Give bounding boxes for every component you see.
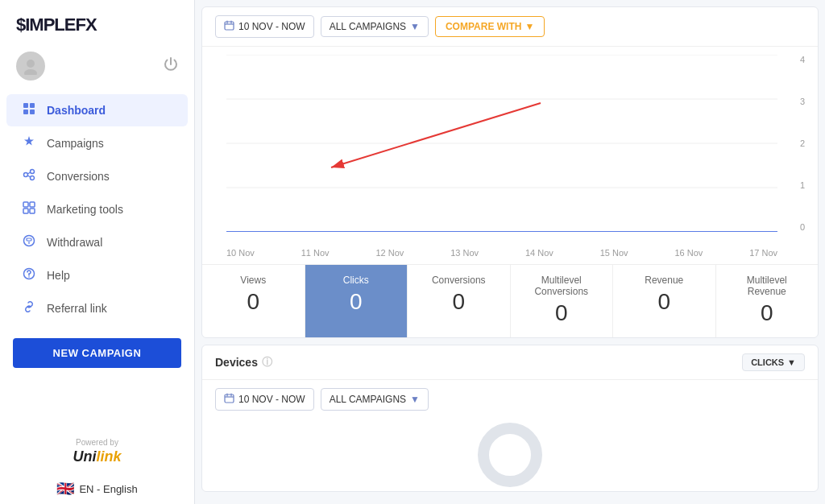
donut-chart	[478, 423, 542, 487]
avatar	[16, 52, 45, 81]
chart-area: 4 3 2 1 0	[202, 47, 818, 264]
unilink-logo: Unilink	[8, 448, 186, 465]
stat-conversions-label: Conversions	[414, 275, 504, 286]
sidebar-item-conversions[interactable]: Conversions	[6, 160, 188, 192]
x-label-11nov: 11 Nov	[301, 248, 330, 258]
help-label: Help	[47, 269, 70, 282]
x-label-17nov: 17 Nov	[749, 248, 777, 258]
x-label-10nov: 10 Nov	[226, 248, 255, 258]
sidebar: $IMPLEFX Dashboard	[0, 0, 195, 504]
sidebar-item-help[interactable]: Help	[6, 259, 188, 291]
svg-rect-13	[23, 209, 28, 213]
compare-label: COMPARE WITH	[446, 21, 521, 32]
stat-revenue-label: Revenue	[620, 275, 709, 286]
sidebar-item-marketing-tools[interactable]: Marketing tools	[6, 193, 188, 225]
chart-section: 10 NOV - NOW ALL CAMPAIGNS ▼ COMPARE WIT…	[201, 6, 819, 338]
x-label-15nov: 15 Nov	[600, 248, 628, 258]
svg-point-6	[24, 173, 28, 177]
devices-toolbar: 10 NOV - NOW ALL CAMPAIGNS ▼	[202, 380, 818, 419]
svg-rect-5	[30, 109, 35, 114]
chart-svg	[226, 55, 777, 232]
campaigns-label: Campaigns	[47, 137, 104, 150]
stat-views-label: Views	[209, 275, 298, 286]
dashboard-icon	[23, 102, 39, 118]
calendar-icon	[224, 20, 234, 33]
stat-revenue[interactable]: Revenue 0	[613, 265, 716, 337]
stat-multilevel-conversions-value: 0	[517, 300, 607, 326]
stat-views-value: 0	[209, 289, 298, 315]
devices-chart-area	[202, 419, 818, 491]
stat-multilevel-revenue-value: 0	[723, 300, 812, 326]
chart-y-labels: 4 3 2 1 0	[800, 55, 805, 232]
sidebar-item-dashboard[interactable]: Dashboard	[6, 94, 188, 126]
stat-multilevel-revenue[interactable]: MultilevelRevenue 0	[716, 265, 819, 337]
stat-multilevel-conversions-label: MultilevelConversions	[517, 275, 607, 297]
chart-x-labels: 10 Nov 11 Nov 12 Nov 13 Nov 14 Nov 15 No…	[226, 248, 777, 258]
svg-rect-3	[30, 103, 35, 108]
sidebar-item-campaigns[interactable]: Campaigns	[6, 127, 188, 159]
powered-by-label: Powered by	[8, 438, 186, 447]
language-selector[interactable]: 🇬🇧 EN - English	[0, 473, 194, 504]
campaigns-icon	[23, 135, 39, 151]
marketing-tools-label: Marketing tools	[47, 203, 123, 216]
stat-multilevel-conversions[interactable]: MultilevelConversions 0	[511, 265, 614, 337]
campaigns-filter-button[interactable]: ALL CAMPAIGNS ▼	[321, 16, 429, 37]
compare-button[interactable]: COMPARE WITH ▼	[435, 16, 545, 37]
campaigns-filter-label: ALL CAMPAIGNS	[330, 21, 406, 32]
sidebar-item-withdrawal[interactable]: Withdrawal	[6, 226, 188, 258]
stat-clicks[interactable]: Clicks 0	[305, 265, 408, 337]
date-range-label: 10 NOV - NOW	[238, 21, 305, 32]
referral-link-label: Referral link	[47, 302, 107, 315]
svg-point-8	[31, 176, 35, 180]
clicks-badge-dropdown-icon: ▼	[787, 357, 796, 367]
svg-point-19	[28, 276, 30, 278]
clicks-badge-label: CLICKS	[751, 357, 784, 367]
referral-link-icon	[23, 300, 39, 316]
devices-title-label: Devices	[215, 356, 258, 369]
power-icon[interactable]	[164, 57, 178, 75]
svg-rect-4	[23, 109, 28, 114]
new-campaign-button[interactable]: NEW CAMPAIGN	[13, 338, 181, 368]
devices-section: Devices ⓘ CLICKS ▼ 10 NOV - NOW	[201, 345, 819, 492]
devices-campaigns-filter-button[interactable]: ALL CAMPAIGNS ▼	[321, 388, 429, 411]
user-row	[0, 45, 194, 93]
svg-rect-11	[23, 202, 28, 207]
conversions-label: Conversions	[47, 170, 110, 183]
date-range-button[interactable]: 10 NOV - NOW	[215, 15, 314, 38]
compare-dropdown-icon: ▼	[524, 21, 534, 32]
svg-line-10	[28, 176, 31, 177]
lang-label: EN - English	[79, 483, 137, 495]
logo: $IMPLEFX	[0, 0, 194, 45]
withdrawal-icon	[23, 234, 39, 250]
stat-clicks-value: 0	[312, 289, 401, 315]
svg-rect-16	[27, 238, 31, 241]
chart-toolbar: 10 NOV - NOW ALL CAMPAIGNS ▼ COMPARE WIT…	[202, 7, 818, 47]
x-label-13nov: 13 Nov	[450, 248, 479, 258]
svg-line-9	[28, 172, 31, 174]
svg-rect-14	[30, 209, 35, 213]
x-label-16nov: 16 Nov	[674, 248, 703, 258]
devices-info-icon: ⓘ	[262, 355, 272, 370]
svg-rect-31	[225, 395, 234, 403]
devices-date-range-button[interactable]: 10 NOV - NOW	[215, 388, 314, 411]
stat-clicks-label: Clicks	[312, 275, 401, 286]
stats-row: Views 0 Clicks 0 Conversions 0 Multileve…	[202, 264, 818, 337]
clicks-badge[interactable]: CLICKS ▼	[742, 353, 805, 371]
y-label-3: 3	[800, 97, 805, 106]
stat-views[interactable]: Views 0	[202, 265, 305, 337]
stat-conversions-value: 0	[414, 289, 504, 315]
devices-date-range-label: 10 NOV - NOW	[238, 394, 305, 405]
svg-point-1	[24, 69, 37, 75]
svg-point-0	[27, 60, 35, 68]
devices-campaigns-label: ALL CAMPAIGNS	[330, 394, 406, 405]
sidebar-item-referral-link[interactable]: Referral link	[6, 292, 188, 324]
svg-rect-20	[225, 22, 234, 30]
marketing-tools-icon	[23, 201, 39, 217]
powered-by: Powered by Unilink	[0, 430, 194, 473]
stat-revenue-value: 0	[620, 289, 709, 315]
y-label-2: 2	[800, 138, 805, 148]
stat-conversions[interactable]: Conversions 0	[408, 265, 511, 337]
y-label-4: 4	[800, 55, 805, 64]
stat-multilevel-revenue-label: MultilevelRevenue	[723, 275, 812, 297]
logo-text: $IMPLEFX	[16, 14, 97, 35]
